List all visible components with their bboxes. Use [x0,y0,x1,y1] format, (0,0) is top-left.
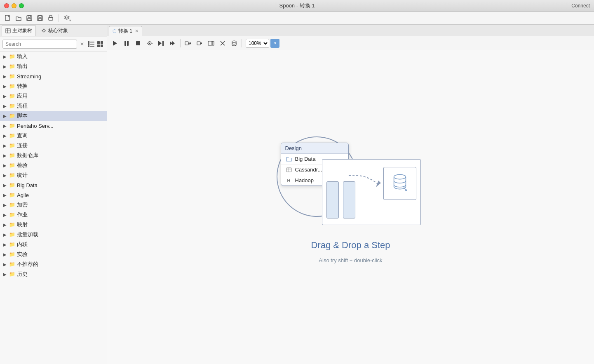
stop-button[interactable] [133,38,143,49]
tree-arrow-icon: ▶ [3,262,9,267]
hadoop-label: Hadoop [295,177,314,183]
tree-arrow-icon: ▶ [3,163,9,168]
run-options-button[interactable] [206,38,216,49]
svg-rect-11 [6,28,10,33]
step-run-button[interactable] [156,38,167,49]
tree-item-history[interactable]: ▶ 📁 历史 [0,269,107,279]
tree-arrow-icon: ▶ [3,173,9,178]
search-clear-button[interactable]: ✕ [79,41,85,47]
tree-item-pentaho[interactable]: ▶ 📁 Pentaho Serv... [0,121,107,131]
zoom-select[interactable]: 100% 75% 50% 150% 200% [246,39,269,48]
new-icon[interactable] [3,14,12,23]
main-layout: 主对象树 核心对象 ✕ ▶ � [0,25,594,364]
preview-button[interactable] [144,38,155,49]
tree-item-streaming[interactable]: ▶ 📁 Streaming [0,71,107,81]
list-view-icon[interactable] [87,40,95,48]
svg-marker-37 [158,41,162,46]
search-input[interactable] [2,40,77,49]
tree-container: ▶ 📁 输入 ▶ 📁 输出 ▶ 📁 Streaming ▶ 📁 转换 ▶ [0,52,107,364]
tree-item-inline[interactable]: ▶ 📁 内联 [0,240,107,249]
folder-icon: 📁 [9,133,15,139]
close-button[interactable] [4,3,9,8]
tree-item-apps[interactable]: ▶ 📁 应用 [0,91,107,101]
tree-arrow-icon: ▶ [3,213,9,217]
save-as-icon[interactable]: + [35,14,45,23]
folder-icon: 📁 [9,143,15,148]
pause-button[interactable] [121,38,132,49]
tree-item-output[interactable]: ▶ 📁 输出 [0,61,107,71]
mockup-step-icon [383,167,416,200]
db-svg-icon [390,174,410,193]
tab-main-objects[interactable]: 主对象树 [2,25,36,36]
tree-label: 批量加载 [17,231,38,238]
tree-item-bulk-load[interactable]: ▶ 📁 批量加载 [0,230,107,240]
folder-icon: 📁 [9,162,15,168]
tree-arrow-icon: ▶ [3,143,9,148]
tab-core-objects[interactable]: 核心对象 [38,26,71,36]
tree-label: Pentaho Serv... [17,123,54,129]
tree-item-bigdata[interactable]: ▶ 📁 Big Data [0,180,107,190]
svg-marker-40 [172,41,175,45]
tree-arrow-icon: ▶ [3,272,9,277]
inject-button[interactable] [183,38,193,49]
tree-arrow-icon: ▶ [3,54,9,59]
maximize-button[interactable] [19,3,24,8]
tab-close-button[interactable]: ✕ [135,28,139,34]
tree-item-dw[interactable]: ▶ 📁 数据仓库 [0,150,107,160]
svg-rect-0 [5,15,9,21]
svg-rect-25 [97,41,100,44]
folder-icon: 📁 [9,83,15,89]
database-button[interactable] [229,38,239,49]
record-button[interactable] [194,38,205,49]
tree-item-experimental[interactable]: ▶ 📁 实验 [0,249,107,259]
tree-label: 转换 [17,82,28,90]
toolbar-separator2 [242,39,242,47]
tree-label: 脚本 [17,112,28,120]
tree-item-input[interactable]: ▶ 📁 输入 [0,52,107,61]
tree-item-encrypt[interactable]: ▶ 📁 加密 [0,200,107,210]
canvas-tab-transform[interactable]: ⬡ 转换 1 ✕ [109,26,142,36]
folder-icon: 📁 [9,172,15,178]
svg-point-34 [149,42,150,44]
tree-item-agile[interactable]: ▶ 📁 Agile [0,190,107,200]
tree-item-flow[interactable]: ▶ 📁 流程 [0,101,107,111]
tree-item-deprecated[interactable]: ▶ 📁 不推荐的 [0,259,107,269]
layers-icon[interactable]: ▾ [62,14,71,23]
zoom-dropdown-button[interactable]: ▾ [270,39,279,48]
tree-arrow-icon: ▶ [3,124,9,128]
tree-item-transform[interactable]: ▶ 📁 转换 [0,81,107,91]
svg-rect-2 [28,16,31,17]
cassandra-label: Cassandr... [295,167,322,173]
next-step-button[interactable] [167,38,178,49]
tree-item-query[interactable]: ▶ 📁 查询 [0,131,107,141]
drag-drop-title: Drag & Drop a Step [311,240,390,251]
save-icon[interactable] [25,14,34,23]
folder-icon: 📁 [9,251,15,257]
tree-item-mapping[interactable]: ▶ 📁 映射 [0,220,107,230]
grid-view-icon[interactable] [96,40,104,48]
folder-icon: 📁 [9,242,15,247]
tree-arrow-icon: ▶ [3,203,9,207]
folder-icon: 📁 [9,113,15,119]
tree-item-validate[interactable]: ▶ 📁 检验 [0,160,107,170]
connect-button[interactable]: Connect [571,3,590,9]
tree-item-stats[interactable]: ▶ 📁 统计 [0,170,107,180]
tree-label: 数据仓库 [17,152,38,159]
minimize-button[interactable] [12,3,16,8]
clear-button[interactable] [217,38,228,49]
tree-label: Big Data [17,182,38,188]
hadoop-small-icon: H [285,178,293,183]
tree-label: 不推荐的 [17,261,38,268]
svg-rect-24 [90,46,94,47]
canvas-mockup [322,159,421,225]
play-button[interactable] [110,38,120,49]
open-icon[interactable] [14,14,23,23]
tree-item-script[interactable]: ▶ 📁 脚本 [0,111,107,121]
dashed-arrow-svg [345,171,386,192]
toolbar-separator [59,14,59,22]
tree-item-job[interactable]: ▶ 📁 作业 [0,210,107,220]
print-icon[interactable] [46,14,55,23]
canvas[interactable]: Design Big Data Cassandr... [107,50,594,364]
svg-rect-26 [101,41,103,44]
tree-item-connect[interactable]: ▶ 📁 连接 [0,141,107,150]
